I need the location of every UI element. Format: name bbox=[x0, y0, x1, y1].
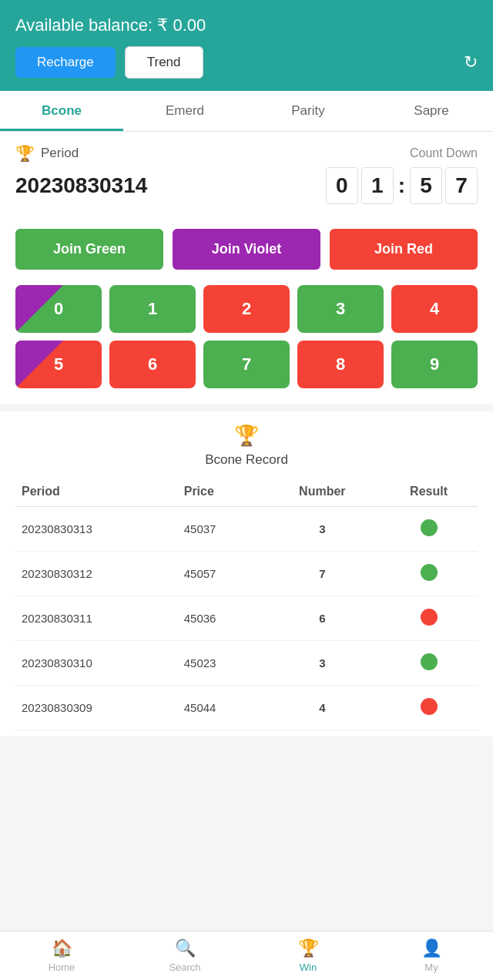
cell-price: 45023 bbox=[178, 641, 265, 686]
nav-win-label: Win bbox=[300, 962, 317, 973]
number-btn-6[interactable]: 6 bbox=[109, 341, 196, 388]
num-text-6: 6 bbox=[148, 354, 157, 374]
cell-number: 6 bbox=[265, 596, 380, 641]
bottom-nav: 🏠 Home 🔍 Search 🏆 Win 👤 My bbox=[0, 931, 493, 980]
nav-win[interactable]: 🏆 Win bbox=[246, 931, 370, 980]
record-title: 🏆 Bcone Record bbox=[15, 424, 478, 468]
digit-0: 0 bbox=[326, 167, 358, 204]
num-text-8: 8 bbox=[336, 354, 345, 374]
cell-result bbox=[380, 686, 478, 730]
number-btn-5[interactable]: 5 bbox=[15, 341, 102, 388]
tab-sapre[interactable]: Sapre bbox=[370, 91, 493, 131]
record-trophy-icon: 🏆 bbox=[234, 424, 259, 448]
tabs-bar: Bcone Emerd Parity Sapre bbox=[0, 91, 493, 132]
table-row: 20230830313450373 bbox=[15, 507, 478, 552]
table-row: 20230830311450366 bbox=[15, 596, 478, 641]
result-dot bbox=[421, 519, 438, 536]
trend-button[interactable]: Trend bbox=[125, 46, 203, 79]
period-header: 🏆 Period Count Down bbox=[15, 144, 478, 163]
cell-result bbox=[380, 641, 478, 686]
record-table: Period Price Number Result 2023083031345… bbox=[15, 477, 478, 730]
number-btn-8[interactable]: 8 bbox=[297, 341, 384, 388]
cell-result bbox=[380, 552, 478, 596]
balance-label: Available balance: ₹ 0.00 bbox=[15, 15, 478, 35]
trophy-icon: 🏆 bbox=[15, 144, 35, 163]
result-dot bbox=[421, 609, 438, 626]
col-period: Period bbox=[15, 477, 178, 507]
num-text-0: 0 bbox=[54, 299, 63, 319]
join-green-button[interactable]: Join Green bbox=[15, 229, 163, 270]
tab-parity[interactable]: Parity bbox=[246, 91, 370, 131]
number-btn-0[interactable]: 0 bbox=[15, 285, 102, 333]
num-text-3: 3 bbox=[336, 299, 345, 319]
result-dot bbox=[421, 564, 438, 581]
cell-number: 3 bbox=[265, 507, 380, 552]
number-btn-9[interactable]: 9 bbox=[391, 341, 478, 388]
cell-result bbox=[380, 507, 478, 552]
table-row: 20230830312450577 bbox=[15, 552, 478, 596]
record-label: Bcone Record bbox=[205, 452, 288, 468]
num-text-2: 2 bbox=[242, 299, 251, 319]
cell-price: 45037 bbox=[178, 507, 265, 552]
cell-number: 7 bbox=[265, 552, 380, 596]
digit-3: 7 bbox=[445, 167, 478, 204]
cell-period: 20230830310 bbox=[15, 641, 178, 686]
cell-price: 45036 bbox=[178, 596, 265, 641]
tab-bcone[interactable]: Bcone bbox=[0, 91, 123, 131]
col-result: Result bbox=[380, 477, 478, 507]
digit-2: 5 bbox=[410, 167, 442, 204]
join-violet-button[interactable]: Join Violet bbox=[173, 229, 320, 270]
num-text-1: 1 bbox=[148, 299, 157, 319]
header: Available balance: ₹ 0.00 Recharge Trend… bbox=[0, 0, 493, 91]
countdown-digits: 0 1 : 5 7 bbox=[326, 167, 478, 204]
period-row: 20230830314 0 1 : 5 7 bbox=[15, 167, 478, 204]
number-grid: 0 1 2 3 4 5 6 7 8 9 bbox=[0, 282, 493, 404]
cell-number: 3 bbox=[265, 641, 380, 686]
cell-period: 20230830311 bbox=[15, 596, 178, 641]
num-text-4: 4 bbox=[430, 299, 439, 319]
cell-period: 20230830313 bbox=[15, 507, 178, 552]
cell-number: 4 bbox=[265, 686, 380, 730]
nav-my-label: My bbox=[424, 962, 438, 973]
number-btn-3[interactable]: 3 bbox=[297, 285, 384, 333]
table-row: 20230830310450233 bbox=[15, 641, 478, 686]
colon-separator: : bbox=[398, 173, 405, 198]
col-number: Number bbox=[265, 477, 380, 507]
period-label: 🏆 Period bbox=[15, 144, 79, 163]
tab-emerd[interactable]: Emerd bbox=[123, 91, 246, 131]
number-btn-1[interactable]: 1 bbox=[109, 285, 196, 333]
result-dot bbox=[421, 653, 438, 670]
nav-search[interactable]: 🔍 Search bbox=[123, 931, 246, 980]
recharge-button[interactable]: Recharge bbox=[15, 47, 116, 78]
num-text-7: 7 bbox=[242, 354, 251, 374]
num-text-9: 9 bbox=[430, 354, 439, 374]
cell-price: 45044 bbox=[178, 686, 265, 730]
number-btn-2[interactable]: 2 bbox=[203, 285, 290, 333]
nav-my[interactable]: 👤 My bbox=[370, 931, 493, 980]
header-buttons: Recharge Trend ↻ bbox=[15, 46, 478, 79]
cell-period: 20230830309 bbox=[15, 686, 178, 730]
search-icon: 🔍 bbox=[175, 938, 196, 958]
cell-result bbox=[380, 596, 478, 641]
my-icon: 👤 bbox=[421, 938, 442, 958]
table-row: 20230830309450444 bbox=[15, 686, 478, 730]
result-dot bbox=[421, 698, 438, 715]
period-text: Period bbox=[41, 146, 79, 161]
nav-home[interactable]: 🏠 Home bbox=[0, 931, 123, 980]
number-btn-4[interactable]: 4 bbox=[391, 285, 478, 333]
countdown-label: Count Down bbox=[410, 146, 478, 160]
refresh-icon[interactable]: ↻ bbox=[464, 52, 478, 72]
col-price: Price bbox=[178, 477, 265, 507]
period-section: 🏆 Period Count Down 20230830314 0 1 : 5 … bbox=[0, 132, 493, 220]
cell-period: 20230830312 bbox=[15, 552, 178, 596]
nav-home-label: Home bbox=[49, 962, 75, 973]
digit-1: 1 bbox=[361, 167, 394, 204]
join-buttons: Join Green Join Violet Join Red bbox=[0, 220, 493, 282]
win-icon: 🏆 bbox=[298, 938, 319, 958]
number-btn-7[interactable]: 7 bbox=[203, 341, 290, 388]
record-section: 🏆 Bcone Record Period Price Number Resul… bbox=[0, 411, 493, 737]
join-red-button[interactable]: Join Red bbox=[330, 229, 478, 270]
period-number: 20230830314 bbox=[15, 173, 147, 198]
home-icon: 🏠 bbox=[52, 938, 72, 958]
cell-price: 45057 bbox=[178, 552, 265, 596]
